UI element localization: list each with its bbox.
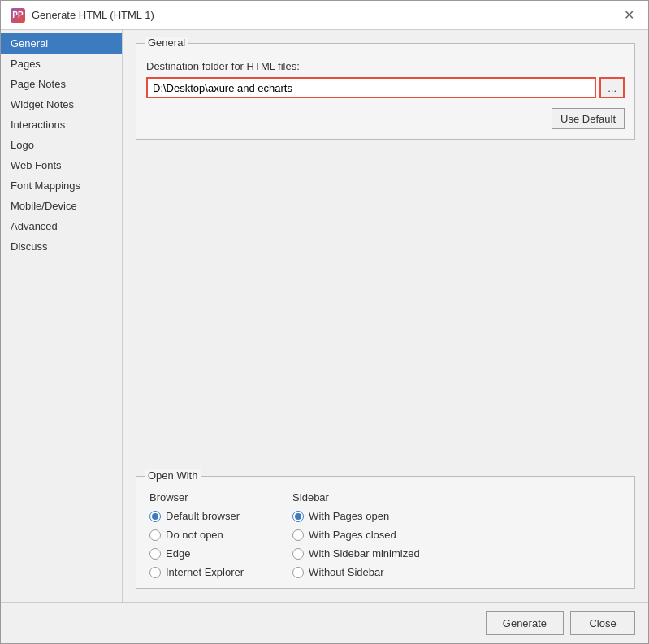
close-icon[interactable]: ✕ xyxy=(619,6,638,25)
radio-circle-with-sidebar-minimized xyxy=(292,548,304,560)
radio-edge[interactable]: Edge xyxy=(149,547,244,560)
radio-default-browser[interactable]: Default browser xyxy=(149,510,244,522)
sidebar-item-advanced[interactable]: Advanced xyxy=(1,216,122,236)
radio-without-sidebar[interactable]: Without Sidebar xyxy=(292,566,420,578)
sidebar-item-mobile/device[interactable]: Mobile/Device xyxy=(1,196,122,216)
radio-circle-do-not-open xyxy=(149,529,161,541)
open-with-section: Open With Browser Default browser xyxy=(136,476,635,589)
browser-radio-group: Default browser Do not open Edge xyxy=(149,510,244,578)
dialog-title: Generate HTML (HTML 1) xyxy=(32,9,154,21)
input-row: ... xyxy=(146,77,625,98)
destination-label: Destination folder for HTML files: xyxy=(146,60,625,72)
open-with-columns: Browser Default browser Do not open xyxy=(149,491,621,578)
radio-with-pages-closed[interactable]: With Pages closed xyxy=(292,529,420,541)
radio-circle-ie xyxy=(149,567,161,578)
sidebar-item-pages[interactable]: Pages xyxy=(1,54,122,74)
radio-circle-with-pages-open xyxy=(292,511,304,522)
radio-label-with-sidebar-minimized: With Sidebar minimized xyxy=(309,547,420,560)
sidebar-item-general[interactable]: General xyxy=(1,33,122,54)
open-with-label: Open With xyxy=(145,469,201,482)
radio-dot-default-browser xyxy=(152,513,158,520)
sidebar-item-widget-notes[interactable]: Widget Notes xyxy=(1,94,122,115)
sidebar-item-page-notes[interactable]: Page Notes xyxy=(1,74,122,94)
title-bar: PP Generate HTML (HTML 1) ✕ xyxy=(1,1,648,30)
icon-label: PP xyxy=(12,11,23,19)
sidebar-column: Sidebar With Pages open With Pages close xyxy=(292,491,420,578)
destination-input[interactable] xyxy=(146,77,596,98)
sidebar-column-header: Sidebar xyxy=(292,491,420,504)
browser-column-header: Browser xyxy=(149,491,244,504)
sidebar: GeneralPagesPage NotesWidget NotesIntera… xyxy=(1,30,123,602)
dialog-footer: Generate Close xyxy=(1,602,648,643)
app-icon: PP xyxy=(11,8,25,23)
radio-do-not-open[interactable]: Do not open xyxy=(149,529,244,541)
radio-with-sidebar-minimized[interactable]: With Sidebar minimized xyxy=(292,547,420,560)
radio-circle-without-sidebar xyxy=(292,567,304,578)
sidebar-item-discuss[interactable]: Discuss xyxy=(1,236,122,257)
sidebar-item-logo[interactable]: Logo xyxy=(1,135,122,155)
use-default-button[interactable]: Use Default xyxy=(552,108,625,129)
radio-circle-default-browser xyxy=(149,511,161,522)
radio-with-pages-open[interactable]: With Pages open xyxy=(292,510,420,522)
destination-field-row: Destination folder for HTML files: ... U… xyxy=(146,60,625,129)
use-default-row: Use Default xyxy=(146,108,625,129)
radio-label-ie: Internet Explorer xyxy=(166,566,244,578)
generate-button[interactable]: Generate xyxy=(486,611,564,635)
radio-circle-with-pages-closed xyxy=(292,529,304,541)
radio-dot-with-pages-open xyxy=(295,513,301,520)
radio-label-with-pages-open: With Pages open xyxy=(309,510,389,522)
browser-column: Browser Default browser Do not open xyxy=(149,491,244,578)
title-bar-left: PP Generate HTML (HTML 1) xyxy=(11,8,154,23)
radio-circle-edge xyxy=(149,548,161,560)
radio-label-edge: Edge xyxy=(166,547,190,560)
content-spacer xyxy=(136,153,635,463)
sidebar-item-web-fonts[interactable]: Web Fonts xyxy=(1,155,122,175)
dialog-body: GeneralPagesPage NotesWidget NotesIntera… xyxy=(1,30,648,602)
radio-ie[interactable]: Internet Explorer xyxy=(149,566,244,578)
radio-label-do-not-open: Do not open xyxy=(166,529,223,541)
general-section-label: General xyxy=(145,37,188,49)
close-button[interactable]: Close xyxy=(570,611,635,635)
sidebar-item-interactions[interactable]: Interactions xyxy=(1,115,122,135)
dialog-window: PP Generate HTML (HTML 1) ✕ GeneralPages… xyxy=(0,0,649,644)
sidebar-item-font-mappings[interactable]: Font Mappings xyxy=(1,175,122,196)
main-content: General Destination folder for HTML file… xyxy=(123,30,648,602)
radio-label-with-pages-closed: With Pages closed xyxy=(309,529,396,541)
general-section: General Destination folder for HTML file… xyxy=(136,43,635,140)
radio-label-default-browser: Default browser xyxy=(166,510,240,522)
sidebar-radio-group: With Pages open With Pages closed With S… xyxy=(292,510,420,578)
browse-button[interactable]: ... xyxy=(599,77,625,98)
radio-label-without-sidebar: Without Sidebar xyxy=(309,566,384,578)
